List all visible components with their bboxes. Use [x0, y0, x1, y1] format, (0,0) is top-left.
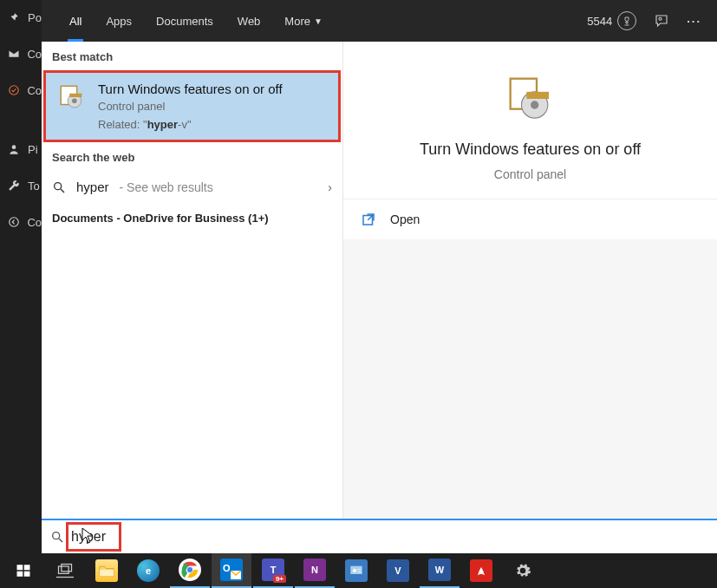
word-button[interactable]: W	[420, 553, 460, 588]
tab-more[interactable]: More ▼	[272, 0, 335, 42]
windows-features-icon	[56, 82, 88, 113]
open-icon	[361, 212, 376, 227]
target-icon	[7, 83, 20, 97]
outlook-button[interactable]: O	[212, 553, 251, 588]
web-search-result[interactable]: hyper - See web results ›	[42, 171, 342, 203]
tab-more-label: More	[284, 15, 310, 28]
sidebar-label: Po	[28, 11, 42, 24]
feedback-icon[interactable]	[654, 13, 669, 29]
svg-point-0	[9, 86, 18, 95]
sidebar-label: Co	[27, 216, 42, 229]
search-icon	[50, 530, 64, 544]
pin-icon	[7, 10, 21, 24]
svg-rect-20	[24, 572, 30, 577]
open-action[interactable]: Open	[343, 199, 717, 239]
edge-button[interactable]: e	[128, 553, 168, 588]
svg-rect-7	[69, 94, 81, 97]
svg-rect-29	[350, 566, 362, 574]
svg-rect-21	[59, 566, 69, 573]
svg-point-8	[55, 182, 62, 189]
taskbar: e O T 9+ N V W	[0, 553, 717, 588]
open-label: Open	[390, 212, 420, 226]
chevron-right-icon: ›	[328, 180, 332, 194]
svg-line-9	[61, 189, 64, 193]
start-button[interactable]	[3, 553, 43, 588]
svg-point-2	[9, 218, 18, 227]
points-value: 5544	[587, 15, 612, 28]
web-term: hyper	[76, 180, 109, 194]
teams-button[interactable]: T 9+	[253, 553, 293, 588]
result-related: Related: "hyper-v"	[98, 118, 283, 131]
sidebar-item[interactable]: Co	[0, 43, 42, 64]
svg-rect-17	[17, 565, 23, 570]
tab-apps[interactable]: Apps	[94, 0, 144, 42]
sidebar-item[interactable]: Po	[0, 7, 42, 28]
sidebar-label: To	[28, 180, 40, 193]
search-web-header: Search the web	[42, 142, 342, 171]
result-subtitle: Control panel	[98, 100, 283, 113]
search-results-panel: Best match Turn Windows features on or o…	[42, 42, 717, 519]
svg-point-12	[531, 101, 538, 108]
details-subtitle: Control panel	[352, 167, 708, 181]
person-icon	[7, 142, 21, 156]
tab-documents[interactable]: Documents	[144, 0, 225, 42]
chrome-button[interactable]	[170, 553, 210, 588]
sidebar-item[interactable]: Pi	[0, 139, 42, 160]
tab-all[interactable]: All	[57, 0, 94, 42]
svg-line-16	[59, 539, 62, 542]
search-box[interactable]	[42, 519, 717, 553]
best-match-header: Best match	[42, 42, 342, 70]
svg-rect-22	[62, 565, 72, 572]
back-arrow-icon	[7, 215, 20, 229]
task-view-button[interactable]	[45, 553, 85, 588]
more-options-icon[interactable]: ···	[687, 15, 701, 28]
background-app-sidebar: Po Co Co Pi To Co	[0, 0, 42, 553]
results-list: Best match Turn Windows features on or o…	[42, 42, 343, 519]
svg-point-6	[72, 98, 77, 103]
sidebar-label: Co	[27, 48, 42, 61]
search-icon	[52, 180, 68, 194]
visio-button[interactable]: V	[378, 553, 418, 588]
result-details-pane: Turn Windows features on or off Control …	[343, 42, 717, 519]
sidebar-label: Co	[27, 84, 42, 97]
details-title: Turn Windows features on or off	[352, 140, 708, 159]
svg-point-1	[12, 145, 16, 149]
documents-section-header[interactable]: Documents - OneDrive for Business (1+)	[42, 203, 342, 233]
windows-features-icon	[505, 73, 557, 125]
chevron-down-icon: ▼	[314, 16, 323, 26]
svg-point-15	[53, 532, 60, 539]
search-input[interactable]	[71, 529, 708, 545]
result-title: Turn Windows features on or off	[98, 82, 283, 96]
tab-web[interactable]: Web	[225, 0, 273, 42]
onenote-button[interactable]: N	[295, 553, 335, 588]
svg-rect-24	[100, 570, 114, 576]
mail-icon	[7, 47, 20, 61]
acrobat-button[interactable]	[461, 553, 501, 588]
settings-button[interactable]	[503, 553, 543, 588]
trophy-icon	[617, 11, 636, 30]
file-explorer-button[interactable]	[87, 553, 127, 588]
web-suffix: - See web results	[120, 180, 213, 194]
search-filter-tabs-bar: All Apps Documents Web More ▼ 5544 ···	[42, 0, 717, 42]
sidebar-item[interactable]: Co	[0, 80, 42, 101]
taskbar-app-button[interactable]	[336, 553, 376, 588]
svg-rect-19	[17, 572, 23, 577]
svg-rect-13	[526, 92, 549, 99]
svg-point-30	[353, 569, 356, 572]
rewards-points[interactable]: 5544	[587, 11, 636, 30]
svg-point-3	[659, 17, 662, 20]
svg-rect-18	[24, 565, 30, 570]
sidebar-item[interactable]: Co	[0, 212, 42, 232]
wrench-icon	[7, 179, 21, 193]
sidebar-label: Pi	[28, 143, 38, 156]
sidebar-item[interactable]: To	[0, 175, 42, 196]
best-match-result[interactable]: Turn Windows features on or off Control …	[43, 70, 341, 142]
